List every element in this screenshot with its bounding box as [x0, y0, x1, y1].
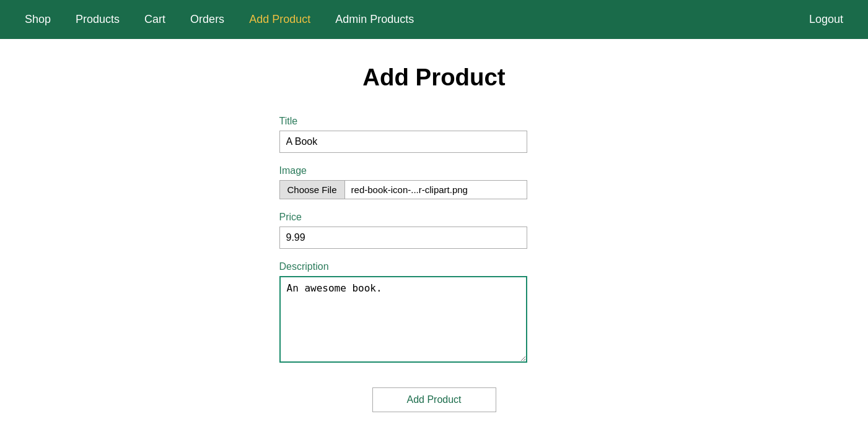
- page-title: Add Product: [362, 64, 505, 91]
- nav-add-product[interactable]: Add Product: [237, 0, 323, 39]
- price-label: Price: [279, 212, 589, 223]
- file-input-wrapper: Choose File red-book-icon-...r-clipart.p…: [279, 180, 527, 199]
- submit-button[interactable]: Add Product: [372, 387, 496, 412]
- add-product-form: Title Image Choose File red-book-icon-..…: [279, 116, 589, 412]
- title-label: Title: [279, 116, 589, 127]
- title-group: Title: [279, 116, 589, 153]
- nav-logout[interactable]: Logout: [797, 0, 856, 39]
- nav-shop[interactable]: Shop: [12, 0, 63, 39]
- submit-row: Add Product: [279, 381, 589, 412]
- price-input[interactable]: [279, 227, 527, 249]
- file-name-display: red-book-icon-...r-clipart.png: [345, 181, 527, 199]
- image-label: Image: [279, 165, 589, 176]
- description-label: Description: [279, 261, 589, 272]
- description-input[interactable]: An awesome book.: [279, 276, 527, 363]
- description-group: Description An awesome book.: [279, 261, 589, 363]
- nav-products[interactable]: Products: [63, 0, 132, 39]
- choose-file-button[interactable]: Choose File: [280, 181, 345, 199]
- nav-cart[interactable]: Cart: [132, 0, 178, 39]
- nav-orders[interactable]: Orders: [178, 0, 237, 39]
- price-group: Price: [279, 212, 589, 249]
- navbar: Shop Products Cart Orders Add Product Ad…: [0, 0, 868, 39]
- nav-admin-products[interactable]: Admin Products: [323, 0, 426, 39]
- title-input[interactable]: [279, 131, 527, 153]
- image-group: Image Choose File red-book-icon-...r-cli…: [279, 165, 589, 199]
- main-content: Add Product Title Image Choose File red-…: [0, 39, 868, 412]
